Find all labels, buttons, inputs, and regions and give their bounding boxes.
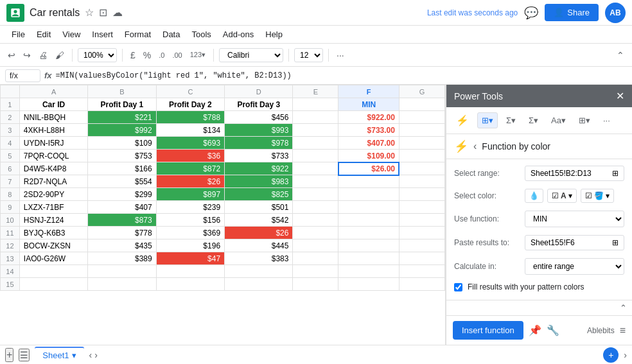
- cell-g3[interactable]: [399, 124, 444, 137]
- sum-tool-button[interactable]: Σ▾: [502, 112, 520, 128]
- cell-c1[interactable]: Profit Day 2: [156, 98, 224, 111]
- avatar[interactable]: AB: [605, 3, 626, 23]
- cell-d4[interactable]: $978: [225, 137, 293, 150]
- cell-a8[interactable]: 2SD2-90PY: [19, 188, 87, 201]
- cell-a11[interactable]: BYJQ-K6B3: [19, 227, 87, 239]
- cell-d9[interactable]: $501: [225, 201, 293, 214]
- col-header-b[interactable]: B: [88, 85, 156, 98]
- cell-f3[interactable]: $733.00: [338, 124, 399, 137]
- col-header-a[interactable]: A: [19, 85, 87, 98]
- cell-d7[interactable]: $983: [225, 175, 293, 188]
- last-edit[interactable]: Last edit was seconds ago: [427, 8, 518, 17]
- nav-right-button[interactable]: ›: [94, 350, 98, 360]
- cell-a12[interactable]: BOCW-ZKSN: [19, 239, 87, 252]
- cell-b9[interactable]: $407: [88, 201, 156, 214]
- cell-g11[interactable]: [399, 227, 444, 239]
- menu-help[interactable]: Help: [260, 28, 288, 40]
- undo-button[interactable]: ↩: [5, 48, 18, 62]
- cell-a15[interactable]: [19, 278, 87, 291]
- cell-e10[interactable]: [293, 214, 338, 227]
- cell-d15[interactable]: [225, 278, 293, 291]
- cell-d8[interactable]: $825: [225, 188, 293, 201]
- cell-g1[interactable]: [399, 98, 444, 111]
- formula-input[interactable]: [56, 71, 627, 80]
- more-toolbar-button[interactable]: ···: [334, 48, 347, 62]
- cell-c4[interactable]: $693: [156, 137, 224, 150]
- cell-b6[interactable]: $166: [88, 162, 156, 175]
- cell-b14[interactable]: [88, 265, 156, 278]
- move-icon[interactable]: ⊡: [99, 6, 107, 19]
- cell-d2[interactable]: $456: [225, 111, 293, 124]
- cell-b4[interactable]: $109: [88, 137, 156, 150]
- more-tools-button[interactable]: ···: [599, 112, 615, 128]
- menu-format[interactable]: Format: [119, 28, 156, 40]
- cell-f14[interactable]: [338, 265, 399, 278]
- eyedropper-button[interactable]: 💧: [525, 189, 543, 203]
- cell-d14[interactable]: [225, 265, 293, 278]
- cell-g10[interactable]: [399, 214, 444, 227]
- cell-b5[interactable]: $753: [88, 150, 156, 162]
- cell-f12[interactable]: [338, 239, 399, 252]
- cell-b10[interactable]: $873: [88, 214, 156, 227]
- pin-button[interactable]: 📌: [529, 324, 541, 336]
- cell-c14[interactable]: [156, 265, 224, 278]
- cell-e7[interactable]: [293, 175, 338, 188]
- cell-d5[interactable]: $733: [225, 150, 293, 162]
- cell-b1[interactable]: Profit Day 1: [88, 98, 156, 111]
- text-tool-button[interactable]: Aa▾: [547, 112, 570, 128]
- cell-e15[interactable]: [293, 278, 338, 291]
- menu-tools[interactable]: Tools: [186, 28, 216, 40]
- col-header-d[interactable]: D: [225, 85, 293, 98]
- cell-c12[interactable]: $196: [156, 239, 224, 252]
- cell-g2[interactable]: [399, 111, 444, 124]
- cell-c2[interactable]: $788: [156, 111, 224, 124]
- grid-select-icon[interactable]: ⊞: [612, 169, 619, 178]
- cell-c15[interactable]: [156, 278, 224, 291]
- decimal00-button[interactable]: .00: [170, 49, 184, 61]
- close-button[interactable]: ✕: [616, 90, 624, 102]
- cell-e2[interactable]: [293, 111, 338, 124]
- col-header-f[interactable]: F: [338, 85, 399, 98]
- share-button[interactable]: 👤 Share: [545, 4, 599, 21]
- cell-a10[interactable]: HSNJ-Z124: [19, 214, 87, 227]
- calculate-in-select[interactable]: entire range each row each column: [525, 258, 624, 275]
- menu-addons[interactable]: Add-ons: [218, 28, 259, 40]
- cell-e5[interactable]: [293, 150, 338, 162]
- cell-f4[interactable]: $407.00: [338, 137, 399, 150]
- lightning-tool-button[interactable]: ⚡: [452, 111, 473, 130]
- sidebar-menu-button[interactable]: ≡: [620, 325, 626, 336]
- cell-g4[interactable]: [399, 137, 444, 150]
- menu-insert[interactable]: Insert: [87, 28, 118, 40]
- cell-c3[interactable]: $134: [156, 124, 224, 137]
- insert-function-button[interactable]: Insert function: [453, 321, 523, 340]
- cell-a1[interactable]: Car ID: [19, 98, 87, 111]
- cell-d3[interactable]: $993: [225, 124, 293, 137]
- hide-sidebar-button[interactable]: ›: [624, 350, 627, 360]
- cell-b8[interactable]: $299: [88, 188, 156, 201]
- cell-g7[interactable]: [399, 175, 444, 188]
- redo-button[interactable]: ↪: [21, 48, 33, 62]
- menu-file[interactable]: File: [6, 28, 30, 40]
- menu-edit[interactable]: Edit: [31, 28, 56, 40]
- collapse-button[interactable]: ⌃: [620, 303, 627, 313]
- cell-b3[interactable]: $992: [88, 124, 156, 137]
- cell-g13[interactable]: [399, 252, 444, 265]
- col-header-g[interactable]: G: [399, 85, 444, 98]
- cell-b7[interactable]: $554: [88, 175, 156, 188]
- sheet1-tab[interactable]: Sheet1 ▾: [35, 347, 83, 363]
- cell-a5[interactable]: 7PQR-COQL: [19, 150, 87, 162]
- cell-f2[interactable]: $922.00: [338, 111, 399, 124]
- cell-e6[interactable]: [293, 162, 338, 175]
- cell-c8[interactable]: $897: [156, 188, 224, 201]
- chat-icon[interactable]: 💬: [524, 6, 538, 20]
- cell-b11[interactable]: $778: [88, 227, 156, 239]
- font-size-select[interactable]: 12: [294, 48, 323, 62]
- fill-color-button[interactable]: ☑ A ▾: [547, 189, 577, 203]
- back-button[interactable]: ‹: [473, 141, 477, 152]
- cell-b13[interactable]: $389: [88, 252, 156, 265]
- decimal0-button[interactable]: .0: [156, 49, 167, 61]
- cell-e11[interactable]: [293, 227, 338, 239]
- cell-d13[interactable]: $383: [225, 252, 293, 265]
- cell-a9[interactable]: LXZX-71BF: [19, 201, 87, 214]
- cell-f15[interactable]: [338, 278, 399, 291]
